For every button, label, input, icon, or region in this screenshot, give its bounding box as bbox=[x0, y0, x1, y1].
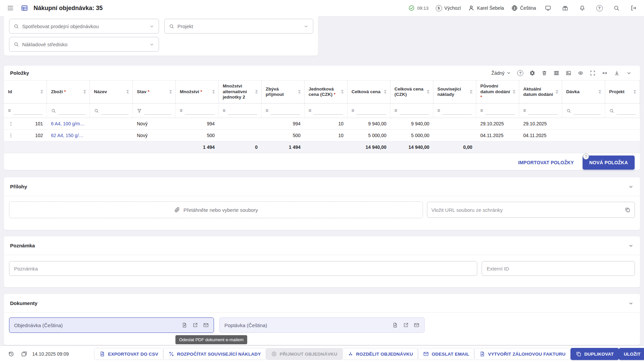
cell-jednotkova_cena[interactable]: 10 bbox=[305, 130, 347, 141]
sigma-icon[interactable]: Σ bbox=[512, 89, 516, 95]
search-icon[interactable] bbox=[566, 108, 571, 113]
download-pdf-button[interactable] bbox=[392, 322, 398, 328]
column-header-zbyva_prijmout[interactable]: Zbývá přijmoutΣ bbox=[262, 80, 305, 103]
note-input[interactable] bbox=[14, 266, 472, 272]
equals-icon[interactable]: = bbox=[8, 108, 11, 113]
create-advance-invoice-button[interactable]: VYTVOŘIT ZÁLOHOVOU FAKTURU bbox=[474, 348, 571, 360]
open-document-button[interactable] bbox=[192, 322, 198, 328]
search-button[interactable] bbox=[611, 3, 622, 13]
row-menu-button[interactable] bbox=[8, 133, 14, 138]
filter-input-souvisejici_naklady[interactable] bbox=[442, 107, 472, 115]
item-product-link[interactable]: 6 A4, 100 g/m2,… bbox=[51, 121, 86, 126]
column-header-jednotkova_cena[interactable]: Jednotková cena (CZK) *Σ bbox=[305, 80, 347, 103]
history-button[interactable] bbox=[6, 349, 16, 359]
notifications-button[interactable] bbox=[577, 3, 587, 13]
sigma-icon[interactable]: Σ bbox=[169, 89, 173, 95]
column-header-souvisejici_naklady[interactable]: Související nákladyΣ bbox=[433, 80, 476, 103]
save-button[interactable]: ULOŽIT bbox=[619, 348, 644, 360]
filter-input-aktualni_datum_dodani[interactable] bbox=[528, 107, 558, 115]
profile-select[interactable]: $ Výchozí bbox=[436, 5, 461, 11]
cell-puvodni_datum_dodani[interactable]: 04.11.2025 bbox=[476, 130, 519, 141]
export-csv-button[interactable]: EXPORTOVAT DO CSV bbox=[94, 348, 163, 360]
cell-zbyva_prijmout[interactable]: 500 bbox=[262, 130, 305, 141]
cell-zbozi[interactable]: 6 A4, 100 g/m2,… bbox=[47, 118, 90, 129]
cell-davka[interactable] bbox=[562, 130, 605, 141]
filter-input-jednotkova_cena[interactable] bbox=[314, 107, 343, 115]
filter-input-davka[interactable] bbox=[574, 107, 601, 115]
search-icon[interactable] bbox=[609, 108, 614, 113]
cell-jednotkova_cena[interactable]: 10 bbox=[305, 118, 347, 129]
cell-stav[interactable]: Nový bbox=[133, 130, 176, 141]
sigma-icon[interactable]: Σ bbox=[298, 89, 302, 95]
equals-icon[interactable]: = bbox=[480, 108, 483, 113]
download-pdf-button[interactable] bbox=[181, 322, 187, 328]
search-icon[interactable] bbox=[51, 108, 56, 113]
filter-input-celkova_cena_czk[interactable] bbox=[399, 107, 429, 115]
project-select[interactable] bbox=[164, 19, 313, 34]
grid-delete-button[interactable] bbox=[539, 68, 549, 78]
items-collapse-button[interactable] bbox=[624, 68, 634, 78]
documents-collapse-button[interactable] bbox=[628, 300, 634, 306]
search-icon[interactable] bbox=[94, 108, 99, 113]
chevron-down-icon[interactable] bbox=[303, 23, 309, 29]
column-header-stav[interactable]: Stav *Σ bbox=[133, 80, 176, 103]
consume-sales-order-select[interactable] bbox=[9, 19, 159, 34]
equals-icon[interactable]: = bbox=[352, 108, 354, 113]
sigma-icon[interactable]: Σ bbox=[555, 89, 559, 95]
column-header-mnozstvi_alt_2[interactable]: Množství alternativní jednotky 2Σ bbox=[219, 80, 262, 103]
sigma-icon[interactable]: Σ bbox=[40, 89, 44, 95]
cell-puvodni_datum_dodani[interactable]: 29.10.2025 bbox=[476, 118, 519, 129]
note-collapse-button[interactable] bbox=[628, 243, 634, 249]
sigma-icon[interactable]: Σ bbox=[633, 89, 637, 95]
cell-celkova_cena[interactable]: 5 000,00 bbox=[347, 130, 390, 141]
open-window-button[interactable] bbox=[19, 349, 29, 359]
equals-icon[interactable]: = bbox=[266, 108, 268, 113]
grid-help-button[interactable]: ? bbox=[515, 68, 525, 78]
cell-nazev[interactable] bbox=[90, 118, 133, 129]
filter-input-mnozstvi_alt_2[interactable] bbox=[228, 107, 257, 115]
send-email-button[interactable] bbox=[414, 322, 420, 328]
column-header-puvodni_datum_dodani[interactable]: Původní datum dodání *Σ bbox=[476, 80, 519, 103]
filter-input-projekt[interactable] bbox=[616, 107, 636, 115]
cell-id[interactable]: 101 bbox=[4, 118, 47, 129]
cell-stav[interactable]: Nový bbox=[133, 118, 176, 129]
document-card-inquiry[interactable]: Poptávka (Čeština) bbox=[219, 317, 425, 333]
cell-celkova_cena_czk[interactable]: 9 940,00 bbox=[390, 118, 433, 129]
grid-visibility-button[interactable] bbox=[576, 68, 586, 78]
column-header-celkova_cena_czk[interactable]: Celková cena (CZK)Σ bbox=[390, 80, 433, 103]
cost-center-input[interactable] bbox=[22, 42, 146, 47]
sigma-icon[interactable]: Σ bbox=[383, 89, 387, 95]
equals-icon[interactable]: = bbox=[309, 108, 311, 113]
filter-input-puvodni_datum_dodani[interactable] bbox=[485, 107, 515, 115]
cost-center-select[interactable] bbox=[9, 37, 159, 52]
grid-column-width-button[interactable] bbox=[600, 68, 610, 78]
paste-url-input[interactable] bbox=[431, 207, 622, 213]
cell-zbyva_prijmout[interactable]: 994 bbox=[262, 118, 305, 129]
cell-projekt[interactable] bbox=[605, 130, 640, 141]
cell-celkova_cena_czk[interactable]: 5 000,00 bbox=[390, 130, 433, 141]
send-email-button[interactable]: ODESLAT EMAIL bbox=[418, 348, 474, 360]
allocate-costs-button[interactable]: ROZPOČÍTAT SOUVISEJÍCÍ NÁKLADY bbox=[163, 348, 266, 360]
cell-mnozstvi_alt_2[interactable] bbox=[219, 118, 262, 129]
sigma-icon[interactable]: Σ bbox=[426, 89, 430, 95]
cell-mnozstvi_alt_2[interactable] bbox=[219, 130, 262, 141]
equals-icon[interactable]: = bbox=[394, 108, 397, 113]
open-document-button[interactable] bbox=[403, 322, 409, 328]
equals-icon[interactable]: = bbox=[437, 108, 440, 113]
import-items-button[interactable]: IMPORTOVAT POLOŽKY bbox=[514, 156, 579, 170]
cell-mnozstvi[interactable]: 500 bbox=[176, 130, 219, 141]
sigma-icon[interactable]: Σ bbox=[469, 89, 473, 95]
cell-souvisejici_naklady[interactable] bbox=[433, 130, 476, 141]
filter-input-celkova_cena[interactable] bbox=[357, 107, 386, 115]
document-card-order[interactable]: Objednávka (Čeština) bbox=[9, 317, 214, 333]
menu-button[interactable] bbox=[5, 3, 15, 13]
cell-davka[interactable] bbox=[562, 118, 605, 129]
funnel-icon[interactable] bbox=[137, 108, 142, 113]
file-dropzone[interactable]: Přetáhněte nebo vyberte soubory bbox=[9, 201, 423, 218]
filter-input-zbyva_prijmout[interactable] bbox=[271, 107, 300, 115]
consume-sales-order-input[interactable] bbox=[22, 23, 146, 29]
equals-icon[interactable]: = bbox=[223, 108, 225, 113]
send-email-button[interactable] bbox=[203, 322, 209, 328]
help-icon[interactable]: ? bbox=[583, 154, 589, 160]
modules-button[interactable] bbox=[560, 3, 570, 13]
